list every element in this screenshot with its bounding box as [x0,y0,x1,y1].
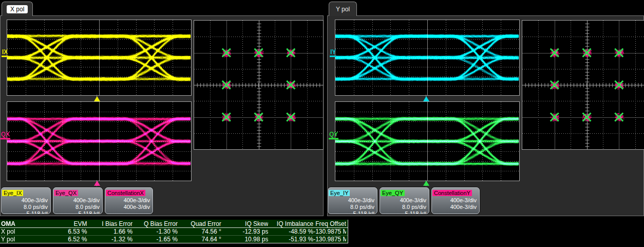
badge-scale-line: 5.118 k# [380,210,429,214]
badge-eye-qx[interactable]: Eye_QX 400e-3/div 8.0 ps/div 5.118 k# [53,187,103,214]
badge-scale-line: 5.118 k# [53,210,102,214]
column-header: I Bias Error [87,220,133,227]
badge-eye-iy[interactable]: Eye_IY 400e-3/div 8.0 ps/div 5.118 k# [328,187,377,214]
eye-diagram-qy[interactable] [335,101,520,181]
column-header: EVM [52,220,87,227]
cell-iq-imbalance: -51.93 % [268,236,313,243]
table-header-row: OMA EVM I Bias Error Q Bias Error Quad E… [0,220,348,228]
badge-constellation-x[interactable]: ConstellationX 400e-3/div 400e-3/div [105,187,153,214]
badge-scale-line: 8.0 ps/div [2,204,50,210]
column-header: IQ Skew [221,220,269,227]
column-header: Quad Error [178,220,221,227]
trace-label-qy[interactable]: QY [329,131,338,139]
cell-i-bias: 1.66 % [87,228,133,235]
row-label: Y pol [0,236,52,243]
eye-diagram-iy[interactable] [335,20,520,96]
badge-eye-ix[interactable]: Eye_IX 400e-3/div 8.0 ps/div 5.118 k# [1,187,51,214]
badge-eye-qy-label: Eye_QY [381,190,405,196]
marker-triangle-icon-iy[interactable] [423,96,429,101]
column-header: Freq Offset [313,220,346,227]
tab-x-pol-label: X pol [7,5,28,13]
cell-i-bias: -1.32 % [87,236,133,243]
tab-y-pol[interactable]: Y pol [329,2,357,16]
badge-scale-line: 5.118 k# [328,210,377,214]
badge-scale-line: 5.118 k# [2,210,50,214]
column-header: Q Bias Error [132,220,178,227]
oma-screen: X pol Y pol IX QX IY QY Eye_IX 400e-3/di… [0,0,644,247]
trace-label-qx[interactable]: QX [1,131,10,139]
badge-eye-iy-label: Eye_IY [329,190,350,196]
badge-constellation-x-label: ConstellationX [106,190,145,196]
column-header: IQ Imbalance [268,220,313,227]
table-title: OMA [0,220,52,227]
cell-freq-offset: -130.9875 MHz [313,236,346,243]
cell-evm: 6.52 % [52,236,87,243]
cell-evm: 6.53 % [52,228,87,235]
badge-eye-qy[interactable]: Eye_QY 400e-3/div 8.0 ps/div 5.118 k# [380,187,429,214]
trace-label-iy[interactable]: IY [330,49,336,57]
row-label: X pol [0,228,52,235]
tab-y-pol-label: Y pol [334,5,352,13]
cell-quad-error: 74.56 ° [178,228,221,235]
constellation-y-plot[interactable] [522,20,644,150]
measurement-table: OMA EVM I Bias Error Q Bias Error Quad E… [0,220,348,243]
badge-scale-line: 400e-3/div [53,197,102,204]
badge-scale-line: 8.0 ps/div [53,204,102,210]
cell-freq-offset: -130.9875 MHz [313,228,346,235]
badge-scale-line: 400e-3/div [105,204,153,210]
badge-scale-line: 8.0 ps/div [380,204,429,210]
eye-diagram-qx[interactable] [7,101,192,181]
marker-triangle-icon-qy[interactable] [423,181,429,186]
table-row-xpol: X pol 6.53 % 1.66 % -1.30 % 74.56 ° -12.… [0,228,348,235]
badge-scale-line: 400e-3/div [380,197,429,204]
badge-eye-qx-label: Eye_QX [54,190,78,196]
trace-label-ix[interactable]: IX [2,49,8,57]
marker-triangle-icon-qx[interactable] [94,181,100,186]
eye-diagram-ix[interactable] [7,20,192,96]
badge-eye-ix-label: Eye_IX [2,190,23,196]
badge-scale-line: 8.0 ps/div [328,204,377,210]
cell-iq-skew: 10.98 ps [221,236,269,243]
badge-scale-line: 400e-3/div [105,197,153,204]
cell-q-bias: -1.65 % [132,236,178,243]
badge-scale-line: 400e-3/div [432,197,479,204]
cell-q-bias: -1.30 % [132,228,178,235]
badge-scale-line: 400e-3/div [432,204,479,210]
table-row-ypol: Y pol 6.52 % -1.32 % -1.65 % 74.64 ° 10.… [0,235,348,243]
badge-scale-line: 400e-3/div [2,197,50,204]
badge-scale-line: 400e-3/div [328,197,377,204]
cell-iq-imbalance: -48.59 % [268,228,313,235]
cell-quad-error: 74.64 ° [178,236,221,243]
badge-constellation-y[interactable]: ConstellationY 400e-3/div 400e-3/div [431,187,480,214]
tab-x-pol[interactable]: X pol [2,2,33,16]
cell-iq-skew: -12.93 ps [221,228,269,235]
badge-constellation-y-label: ConstellationY [432,190,472,196]
marker-triangle-icon-ix[interactable] [94,96,100,101]
constellation-x-plot[interactable] [194,20,324,150]
